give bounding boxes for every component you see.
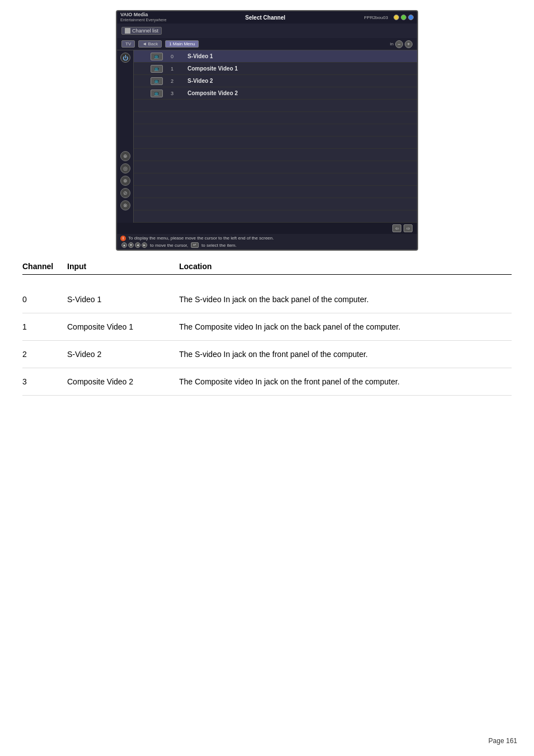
channel-name-0: S-Video 1 (188, 53, 413, 59)
channel-row-2[interactable]: 📺 2 S-Video 2 (134, 75, 417, 87)
channel-row-empty-10 (134, 210, 417, 223)
window-controls: FPR2bou03 (364, 13, 414, 22)
tv-helpbar: i To display the menu, please move the c… (117, 234, 417, 250)
enter-button-icon: ↵ (191, 242, 199, 248)
tab-main-menu[interactable]: 1 Main Menu (165, 40, 199, 48)
channel-row-1[interactable]: 📺 1 Composite Video 1 (134, 63, 417, 75)
dot-blue (408, 15, 414, 20)
row0-location: The S-video In jack on the back panel of… (179, 295, 512, 304)
tab-back[interactable]: ◄ Back (138, 40, 162, 48)
main-content: Channel Input Location 0 S-Video 1 The S… (0, 251, 534, 407)
row2-channel: 2 (22, 350, 67, 359)
tv-main-area: ⏻ ⊕ ◎ ⊕ ⊘ ⊗ 📺 0 S-Video 1 📺 1 Composite … (117, 50, 417, 223)
channel-icon-2: 📺 (151, 77, 163, 85)
channel-row-3[interactable]: 📺 3 Composite Video 2 (134, 87, 417, 100)
help-line1: i To display the menu, please move the c… (120, 236, 414, 241)
channel-row-empty-5 (134, 149, 417, 161)
row1-location: The Composite video In jack on the back … (179, 322, 512, 331)
channel-row-empty-2 (134, 112, 417, 124)
channel-icon-0: 📺 (151, 53, 163, 60)
channel-row-empty-6 (134, 161, 417, 173)
channel-num-1: 1 (171, 66, 182, 72)
row3-location: The Composite video In jack on the front… (179, 377, 512, 386)
channel-num-3: 3 (171, 91, 182, 96)
tv-subtoolbar: TV ◄ Back 1 Main Menu in − + (117, 38, 417, 50)
nav-direction-icons: ▲ ▼ ◄ ► (121, 242, 147, 248)
sidebar-icon-2[interactable]: ◎ (120, 163, 130, 173)
help-icon: i (120, 236, 126, 241)
tv-topbar: VAIO Media Entertainment Everywhere Sele… (117, 11, 417, 24)
header-channel: Channel (22, 262, 67, 271)
table-headers: Channel Input Location (22, 262, 512, 275)
tv-screenshot: VAIO Media Entertainment Everywhere Sele… (116, 10, 418, 251)
channel-row-empty-3 (134, 124, 417, 137)
ctrl-next-button[interactable]: ⇨ (404, 224, 413, 232)
row3-channel: 3 (22, 377, 67, 386)
nav-up-icon: ▲ (121, 242, 127, 248)
header-input: Input (67, 262, 179, 271)
page-number: Page 161 (489, 737, 517, 745)
channel-icon-1: 📺 (151, 65, 163, 73)
dot-green (401, 15, 406, 20)
sidebar-icon-1[interactable]: ⊕ (120, 151, 130, 161)
window-title: Select Channel (245, 15, 285, 21)
row2-input: S-Video 2 (67, 350, 179, 359)
row1-input: Composite Video 1 (67, 322, 179, 331)
row2-location: The S-video In jack on the front panel o… (179, 350, 512, 359)
power-icon[interactable]: ⏻ (120, 53, 130, 63)
row0-input: S-Video 1 (67, 295, 179, 304)
header-location: Location (179, 262, 512, 271)
channel-list-icon (125, 28, 130, 34)
table-row-1: 1 Composite Video 1 The Composite video … (22, 313, 512, 341)
channel-row-empty-8 (134, 186, 417, 198)
channel-list-content: 📺 0 S-Video 1 📺 1 Composite Video 1 📺 2 … (134, 50, 417, 223)
sidebar-icon-3[interactable]: ⊕ (120, 176, 130, 186)
table-row-0: 0 S-Video 1 The S-video In jack on the b… (22, 286, 512, 313)
channel-list-button[interactable]: Channel list (121, 27, 162, 35)
nav-label: in (390, 41, 394, 46)
channel-num-0: 0 (171, 54, 182, 59)
nav-next-button[interactable]: + (405, 40, 413, 48)
sidebar-icon-4[interactable]: ⊘ (120, 188, 130, 198)
row0-channel: 0 (22, 295, 67, 304)
nav-controls: in − + (390, 40, 413, 48)
channel-name-3: Composite Video 2 (188, 90, 413, 96)
tv-toolbar: Channel list (117, 24, 417, 38)
channel-row-empty-4 (134, 137, 417, 149)
channel-row-0[interactable]: 📺 0 S-Video 1 (134, 50, 417, 63)
nav-prev-button[interactable]: − (395, 40, 403, 48)
table-row-2: 2 S-Video 2 The S-video In jack on the f… (22, 341, 512, 368)
window-title-label: FPR2bou03 (364, 15, 388, 20)
channel-name-1: Composite Video 1 (188, 65, 413, 72)
row3-input: Composite Video 2 (67, 377, 179, 386)
sidebar-icon-5[interactable]: ⊗ (120, 200, 130, 210)
nav-left-icon: ◄ (135, 242, 140, 248)
dot-yellow (394, 15, 399, 20)
row1-channel: 1 (22, 322, 67, 331)
channel-row-empty-9 (134, 198, 417, 210)
channel-name-2: S-Video 2 (188, 78, 413, 84)
channel-row-empty-1 (134, 100, 417, 112)
tab-tv[interactable]: TV (121, 40, 135, 48)
tv-bottombar: ⇦ ⇨ (117, 223, 417, 234)
help-line2: ▲ ▼ ◄ ► to move the cursor, ↵ to select … (120, 242, 414, 248)
channel-row-empty-7 (134, 173, 417, 186)
table-row-3: 3 Composite Video 2 The Composite video … (22, 368, 512, 396)
nav-right-icon: ► (142, 242, 147, 248)
tv-sidebar: ⏻ ⊕ ◎ ⊕ ⊘ ⊗ (117, 50, 134, 223)
channel-num-2: 2 (171, 78, 182, 84)
nav-down-icon: ▼ (128, 242, 134, 248)
app-logo: VAIO Media Entertainment Everywhere (120, 12, 166, 22)
ctrl-prev-button[interactable]: ⇦ (392, 224, 401, 232)
channel-icon-3: 📺 (151, 90, 163, 97)
